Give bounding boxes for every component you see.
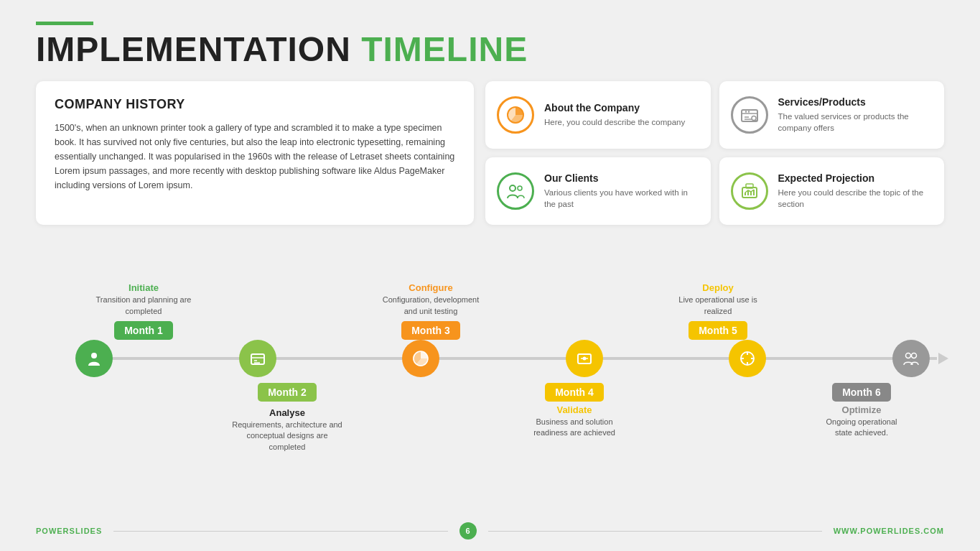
about-text: About the Company Here, you could descri… [544,102,685,128]
header-bar [36,22,93,25]
footer-line-left [113,531,447,532]
info-grid: About the Company Here, you could descri… [485,81,944,225]
month5-label: Deploy [702,282,733,293]
services-title: Services/Products [778,96,933,108]
month1-label: Initiate [129,282,159,293]
clients-text: Our Clients Various clients you have wor… [544,172,699,210]
info-card-projection: Expected Projection Here you could descr… [719,157,945,225]
projection-icon [731,172,768,210]
clients-icon [497,172,534,210]
title-green: TIMELINE [361,30,528,68]
dot-month2-icon [248,349,267,368]
svg-point-5 [747,111,749,112]
projection-desc: Here you could describe the topic of the… [778,187,933,210]
month1-badge: Month 1 [114,321,173,340]
dot-month5-icon [738,349,757,368]
about-title: About the Company [544,102,685,114]
month2-desc: Requirements, architecture andconceptual… [232,420,342,453]
company-history-heading: COMPANY HISTORY [55,97,455,112]
footer-line-right [488,531,822,532]
services-text: Services/Products The valued services or… [778,96,933,134]
footer-brand-right: WWW.POWERLIDES.COM [834,527,944,535]
month3-desc: Configuration, developmentand unit testi… [383,295,480,317]
services-desc: The valued services or products the comp… [778,111,933,134]
month5-top-content: Deploy Live operational use isrealized M… [678,282,757,340]
dot-month5 [729,340,766,377]
month3-label: Configure [409,282,452,293]
dot-month6-icon [902,349,920,368]
dots-container [75,340,930,377]
month6-bottom-content: Month 6 Optimize Ongoing operationalstat… [826,383,897,443]
page-title: IMPLEMENTATION TIMELINE [36,32,944,67]
company-history-card: COMPANY HISTORY 1500's, when an unknown … [36,81,474,225]
dot-month3 [402,340,439,377]
info-card-about: About the Company Here, you could descri… [485,81,711,149]
month4-desc: Business and solutionreadiness are achie… [533,417,615,439]
footer-brand-left: POWERSLIDES [36,527,102,535]
about-desc: Here, you could describe the company [544,116,685,128]
svg-point-34 [911,353,916,358]
svg-point-27 [582,357,586,361]
info-card-services: Services/Products The valued services or… [719,81,945,149]
info-card-clients: Our Clients Various clients you have wor… [485,157,711,225]
company-history-body: 1500's, when an unknown printer took a g… [55,121,455,193]
timeline-col-month2-bot: Month 2 Analyse Requirements, architectu… [219,383,355,457]
svg-point-4 [745,111,746,112]
month3-top-content: Configure Configuration, developmentand … [383,282,480,340]
clients-title: Our Clients [544,172,699,184]
dot-month4-icon [575,349,594,368]
timeline-col-month3: Configure Configuration, developmentand … [363,282,499,340]
svg-point-19 [91,353,97,358]
month1-top-content: Initiate Transition and planning arecomp… [96,282,192,340]
timeline-col-month5: Deploy Live operational use isrealized M… [650,282,786,340]
timeline-col-month6-bot: Month 6 Optimize Ongoing operationalstat… [793,383,930,443]
footer: POWERSLIDES 6 WWW.POWERLIDES.COM [36,522,944,540]
top-section: COMPANY HISTORY 1500's, when an unknown … [36,81,944,225]
page: IMPLEMENTATION TIMELINE COMPANY HISTORY … [0,0,980,551]
svg-point-33 [905,353,910,358]
month3-badge: Month 3 [401,321,460,340]
footer-page-number: 6 [459,522,477,540]
dot-month3-icon [411,349,430,368]
svg-point-11 [518,186,522,190]
dot-month2 [239,340,276,377]
projection-text: Expected Projection Here you could descr… [778,172,933,210]
timeline-bottom-row: Month 2 Analyse Requirements, architectu… [36,377,944,457]
month4-badge: Month 4 [545,383,604,402]
month4-label: Validate [556,404,592,415]
about-icon [497,96,534,134]
month5-badge: Month 5 [689,321,747,340]
timeline-arrow [938,353,948,364]
dot-month1-icon [85,349,103,368]
timeline-col-month1: Initiate Transition and planning arecomp… [75,282,212,340]
dot-month6 [892,340,930,377]
month4-bottom-content: Month 4 Validate Business and solutionre… [533,383,615,443]
title-black: IMPLEMENTATION [36,30,361,68]
month2-bottom-content: Month 2 Analyse Requirements, architectu… [232,383,342,457]
clients-desc: Various clients you have worked with in … [544,187,699,210]
month2-label: Analyse [269,407,305,418]
timeline-top-row: Initiate Transition and planning arecomp… [36,246,944,340]
month6-label: Optimize [842,404,882,415]
timeline-section: Initiate Transition and planning arecomp… [36,246,944,457]
month6-badge: Month 6 [832,383,891,402]
svg-point-10 [510,185,515,191]
svg-point-8 [752,116,756,121]
projection-title: Expected Projection [778,172,933,184]
dot-month4 [566,340,603,377]
timeline-dots-row [75,340,930,377]
month2-badge: Month 2 [258,383,317,402]
services-icon [731,96,768,134]
dot-month1 [75,340,113,377]
timeline-col-month4-bot: Month 4 Validate Business and solutionre… [506,383,643,443]
month1-desc: Transition and planning arecompleted [96,295,192,317]
month6-desc: Ongoing operationalstate achieved. [826,417,897,439]
month5-desc: Live operational use isrealized [678,295,757,317]
